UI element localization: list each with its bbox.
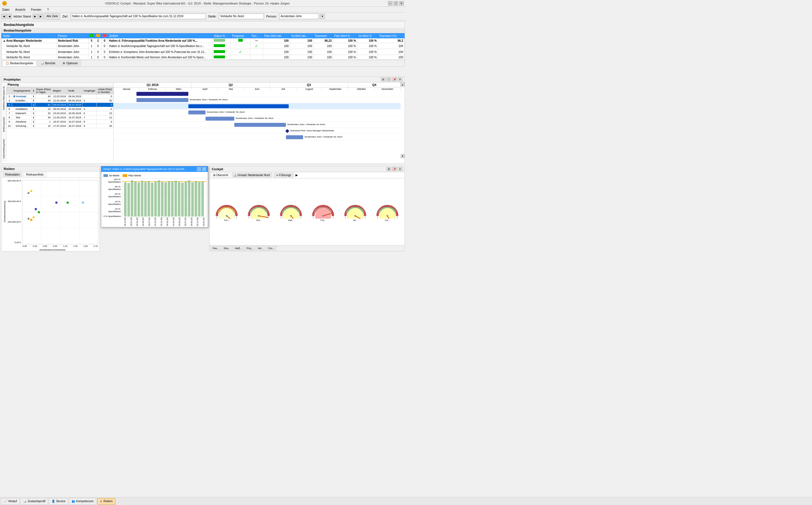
cockpit-bottom-tab-3[interactable]: Proj... <box>245 246 255 250</box>
scatter-dot[interactable] <box>82 201 84 204</box>
m-mai: Mai <box>218 88 244 91</box>
gantt-row[interactable]: Amsterdam John / Verkäufer NL-Nord <box>114 116 401 122</box>
gantt-scroll-up[interactable]: ▲ <box>401 82 405 87</box>
cell-plan-wert: 100 <box>263 55 290 60</box>
svg-rect-6 <box>127 183 130 217</box>
menu-datei[interactable]: Datei <box>1 8 11 11</box>
gantt-row[interactable] <box>114 91 401 97</box>
tab-ubersicht[interactable]: ⊞ Übersicht <box>211 173 231 178</box>
scatter-dot[interactable] <box>27 217 29 219</box>
pp-pin[interactable]: 📌 <box>392 77 397 81</box>
scatter-dot[interactable] <box>38 211 40 213</box>
table-row[interactable]: Verkäufer NL-Nord Amsterdam John 1 0 0 H… <box>2 43 405 49</box>
ziel-input[interactable] <box>71 13 206 19</box>
tab-fuhrung[interactable]: ⇒ Führungs <box>273 173 293 178</box>
table-row[interactable]: Verkäufer NL-Nord Amsterdam John 1 0 0 H… <box>2 55 405 60</box>
table-row[interactable]: ▲ Area Manager Niederlande Nederland Rob… <box>2 38 405 43</box>
cell-plan-wert: 100 <box>263 38 290 43</box>
scatter-dot[interactable] <box>66 201 69 204</box>
gantt-row[interactable]: Amsterdam John / Verkäufer NL-Nord <box>114 109 401 116</box>
legend-ist-label: Ist-Werte <box>109 174 119 177</box>
table-row[interactable]: 6 Installation ℹ 10 09.04.2019 22.04.201… <box>7 107 113 111</box>
scatter-dot[interactable] <box>30 190 32 192</box>
cell-ist-wert: 100 <box>290 55 313 60</box>
table-row[interactable]: 10 Schulung ... ℹ 10 17.07.2019 30.07.20… <box>7 124 113 128</box>
cockpit-bottom-tab-2[interactable]: Maß... <box>233 246 244 250</box>
tab-risikoportfolio[interactable]: Risikoportfolio <box>23 172 46 177</box>
menu-ansicht[interactable]: Ansicht <box>14 8 26 11</box>
risiken-chart-area: Schadensauswirkung 600.000,00 € 400.000,… <box>1 178 100 251</box>
gantt-row[interactable]: Amsterdam John / Verkäufer NL-Nord <box>114 97 401 103</box>
tab-risikodaten[interactable]: Risikodaten <box>3 172 22 177</box>
window-controls: ─ □ ✕ <box>388 1 404 6</box>
gantt-row[interactable]: Nederland Rob / Area Manager Niederlande <box>114 128 401 134</box>
scatter-dot[interactable] <box>30 219 32 221</box>
table-row[interactable]: 9 Abnahme ℹ 1 16.07.2019 16.07.2019 8 4 <box>7 120 113 124</box>
nav-forward[interactable]: ▶ <box>33 14 38 19</box>
scatter-dot[interactable] <box>35 208 37 210</box>
gantt-row[interactable]: Amsterdam John / Verkäufer NL-Nord <box>114 122 401 128</box>
col-ist-wert: Ist-Wert akt. <box>290 33 313 38</box>
cell-ist-wert: 100 <box>290 43 313 49</box>
cockpit-ctrl2[interactable]: 📌 <box>392 167 397 171</box>
menu-fenster[interactable]: Fenster <box>30 8 42 11</box>
cell-name: Test <box>12 116 32 120</box>
scatter-dot[interactable] <box>33 216 35 218</box>
gantt-row[interactable] <box>114 103 401 109</box>
cell-dauer: 81 <box>35 103 52 107</box>
close-btn[interactable]: ✕ <box>399 1 404 6</box>
tab-arrow[interactable]: ▶ <box>295 173 298 178</box>
cell-ende: 16.07.2019 <box>67 120 82 124</box>
tab-opt-label: Optionen <box>66 62 78 65</box>
alle-ziele-btn[interactable]: Alle Ziele <box>44 13 60 19</box>
table-row[interactable]: 5 ⊞ Umsetzung ℹ 81 09.04.2019 30.07.2019… <box>7 103 113 107</box>
cockpit-bottom-tab-4[interactable]: Ver... <box>256 246 266 250</box>
stelle-input[interactable] <box>219 13 264 19</box>
cockpit-bottom-tab-0[interactable]: Fee... <box>211 246 221 250</box>
table-row[interactable]: Verkäufer NL-Nord Amsterdam John 1 0 0 E… <box>2 49 405 55</box>
gantt-scroll-down[interactable]: ▼ <box>401 154 405 158</box>
nav-forward2[interactable]: ▶ <box>38 14 43 19</box>
cell-dauer: 1 <box>35 120 52 124</box>
xl-6: 01.10.2018 <box>154 218 156 226</box>
table-row[interactable]: 7 Datenierf... ℹ 20 23.04.2019 20.05.201… <box>7 111 113 116</box>
pp-ctrl2[interactable]: □ <box>387 77 391 81</box>
scatter-dot[interactable] <box>27 192 29 194</box>
pp-close[interactable]: ✕ <box>398 77 402 81</box>
gantt-quarters: Q1 2019 Q2 Q3 Q4 <box>114 82 401 88</box>
y-axis-label-container: Schadensauswirkung <box>3 179 6 244</box>
title-bar: VISION.iC Cockpit - Mandant: Super Bike … <box>0 0 406 7</box>
dropdown-arrow[interactable]: ▼ <box>320 14 325 19</box>
nav-back[interactable]: ◀ <box>1 14 6 19</box>
gantt-row[interactable]: Amsterdam John / Verkäufer NL-Nord <box>114 134 401 140</box>
cockpit-ctrl1[interactable]: ⧉ <box>387 167 391 171</box>
person-input[interactable] <box>279 13 318 19</box>
nav-back2[interactable]: ◀ <box>7 14 12 19</box>
cell-ende: 22.04.2019 <box>67 107 82 111</box>
table-row[interactable]: 8 Test ℹ 40 21.05.2019 15.07.2019 7 12 <box>7 116 113 120</box>
menu-help[interactable]: ? <box>46 8 50 11</box>
minimize-btn[interactable]: ─ <box>388 1 392 6</box>
cell-zieltitel: Halten d. Führungsqualität Funktion Area… <box>108 38 212 43</box>
tab-umsatz[interactable]: △ Umsatz Niederlande Nord <box>232 173 272 178</box>
maximize-btn[interactable]: □ <box>394 1 398 6</box>
y-val-0: 0,00 € <box>6 241 21 244</box>
tab-optionen[interactable]: ⚙ Optionen <box>59 60 81 66</box>
gantt-bar-label: Amsterdam John / Verkäufer NL-Nord <box>304 136 342 138</box>
cell-id: 4 <box>7 99 12 103</box>
scatter-dot[interactable] <box>55 201 57 204</box>
pp-ctrl1[interactable]: ⧉ <box>381 77 385 81</box>
cockpit-bottom-tab-5[interactable]: Coc... <box>266 246 277 250</box>
cockpit-bottom-tab-1[interactable]: Stra... <box>222 246 232 250</box>
table-row[interactable]: 3 ⊞ Konzept ℹ 40 12.02.2019 08.04.2019 0 <box>7 95 113 99</box>
cockpit-ctrl3[interactable]: ✕ <box>398 167 402 171</box>
gauge-5: Coc... <box>375 202 400 221</box>
col-tun: Tun... <box>250 33 263 38</box>
verlauf-close[interactable]: ✕ <box>202 167 206 171</box>
pp-col-id <box>7 88 12 95</box>
tab-berichte[interactable]: 📊 Berichte <box>37 60 59 66</box>
tab-beobachtungsliste[interactable]: 📋 Beobachtungsliste <box>3 60 36 66</box>
verlauf-minimize[interactable]: □ <box>197 167 201 171</box>
gauge-label: Fee... <box>224 219 229 221</box>
table-row[interactable]: 4 Erstellen ... ℹ 40 12.02.2019 08.04.20… <box>7 99 113 103</box>
